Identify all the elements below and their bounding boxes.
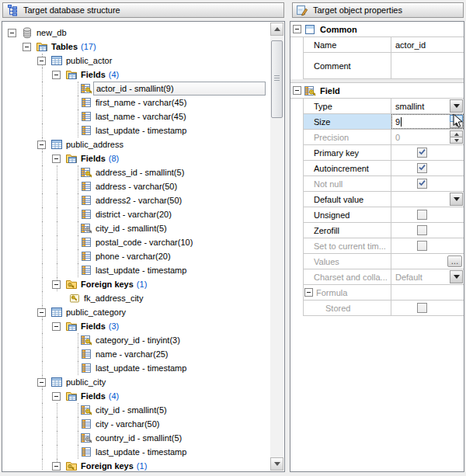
property-value-precision[interactable]: 0 xyxy=(391,130,464,144)
tree-guide-line xyxy=(78,179,78,193)
precision-spinner[interactable] xyxy=(450,130,463,144)
tree-item-district-varchar-20[interactable]: district - varchar(20) xyxy=(3,207,270,221)
tree-item-label: actor_id - smallint(9) xyxy=(93,82,266,96)
tree-item-label: last_update - timestamp xyxy=(93,445,189,459)
group-collapse-icon[interactable] xyxy=(293,86,301,95)
tree-item-address-varchar-50[interactable]: address - varchar(50) xyxy=(3,179,270,193)
tree-item-last-update-timestamp[interactable]: last_update - timestamp xyxy=(3,361,270,375)
tree-item-country-id-smallint-5[interactable]: country_id - smallint(5) xyxy=(3,431,270,445)
tree-item-text: name - varchar(25) xyxy=(96,349,169,359)
field-icon xyxy=(80,208,92,221)
property-value-zerofill[interactable] xyxy=(391,223,464,238)
charset-and-collation-dropdown-button[interactable] xyxy=(450,270,463,283)
tree-item-city-id-smallint-5[interactable]: city_id - smallint(5) xyxy=(3,221,270,235)
tree-item-tables-17[interactable]: Tables(17) xyxy=(3,40,270,54)
tree-item-text: last_update - timestamp xyxy=(96,266,186,275)
collapse-expander-icon[interactable] xyxy=(52,392,61,401)
tree-item-last-update-timestamp[interactable]: last_update - timestamp xyxy=(3,123,270,137)
tree-item-public-category[interactable]: public_category xyxy=(3,305,270,319)
collapse-expander-icon[interactable] xyxy=(52,322,61,331)
scroll-up-button[interactable] xyxy=(270,23,283,36)
spin-up-button[interactable] xyxy=(450,130,463,137)
tree-item-foreign-keys-1[interactable]: Foreign keys(1) xyxy=(3,277,270,291)
property-value-set-to-current-timestamp[interactable] xyxy=(391,238,464,253)
tree-item-address2-varchar-50[interactable]: address2 - varchar(50) xyxy=(3,193,270,207)
property-row-not-null: Not null xyxy=(304,176,464,192)
tree-item-address-id-smallint-5[interactable]: address_id - smallint(5) xyxy=(3,165,270,179)
tree-item-public-actor[interactable]: public_actor xyxy=(3,54,270,68)
tree-item-fields-4[interactable]: Fields(4) xyxy=(3,68,270,82)
spin-up-button[interactable] xyxy=(450,115,463,122)
tree-item-fields-8[interactable]: Fields(8) xyxy=(3,151,270,165)
scroll-down-button[interactable] xyxy=(270,457,283,471)
set-to-current-timestamp-checkbox[interactable] xyxy=(417,241,427,251)
tree-item-last-name-varchar-45[interactable]: last_name - varchar(45) xyxy=(3,109,270,123)
tree-item-first-name-varchar-45[interactable]: first_name - varchar(45) xyxy=(3,96,270,109)
type-dropdown-button[interactable] xyxy=(450,99,463,113)
tree-item-foreign-keys-1[interactable]: Foreign keys(1) xyxy=(3,459,270,471)
property-label-type: Type xyxy=(304,99,391,113)
autoincrement-checkbox[interactable] xyxy=(417,163,427,173)
property-value-unsigned[interactable] xyxy=(391,207,464,222)
tree-item-fields-3[interactable]: Fields(3) xyxy=(3,319,270,333)
collapse-expander-icon[interactable] xyxy=(37,57,46,65)
default-value-dropdown-button[interactable] xyxy=(450,193,463,206)
tree-item-public-city[interactable]: public_city xyxy=(3,375,270,389)
tree-item-last-update-timestamp[interactable]: last_update - timestamp xyxy=(3,445,270,459)
tree-item-fields-4[interactable]: Fields(4) xyxy=(3,389,270,403)
property-group-field[interactable]: Field xyxy=(290,83,464,99)
tree-item-city-id-smallint-5[interactable]: city_id - smallint(5) xyxy=(3,403,270,417)
spin-down-button[interactable] xyxy=(450,122,463,128)
property-value-autoincrement[interactable] xyxy=(391,161,464,175)
property-group-common[interactable]: Common xyxy=(290,22,464,37)
spin-up-icon xyxy=(454,117,459,120)
primary-key-checkbox[interactable] xyxy=(417,148,427,158)
tree-guide-line xyxy=(42,68,43,82)
values-ellipsis-button[interactable]: … xyxy=(447,255,462,267)
tree-item-postal-code-varchar-10[interactable]: postal_code - varchar(10) xyxy=(3,235,270,249)
property-value-formula[interactable] xyxy=(391,285,464,300)
collapse-expander-icon[interactable] xyxy=(23,43,31,51)
tree-item-public-address[interactable]: public_address xyxy=(3,137,270,151)
tree-item-last-update-timestamp[interactable]: last_update - timestamp xyxy=(3,263,270,277)
collapse-expander-icon[interactable] xyxy=(8,29,16,37)
property-value-primary-key[interactable] xyxy=(391,145,464,160)
tree-item-label: district - varchar(20) xyxy=(93,207,174,221)
not-null-checkbox[interactable] xyxy=(417,179,427,189)
property-label-not-null: Not null xyxy=(304,176,391,191)
property-value-values[interactable]: … xyxy=(391,254,464,269)
zerofill-checkbox[interactable] xyxy=(417,225,427,235)
collapse-expander-icon[interactable] xyxy=(37,308,46,317)
property-value-size[interactable]: 9 xyxy=(391,114,464,129)
property-value-type[interactable]: smallint xyxy=(391,99,464,113)
tree-item-new-db[interactable]: new_db xyxy=(3,26,270,40)
collapse-expander-icon[interactable] xyxy=(52,155,61,163)
scrollbar-track[interactable] xyxy=(270,36,283,457)
scrollbar-thumb[interactable] xyxy=(271,40,283,118)
property-value-default-value[interactable] xyxy=(391,192,464,207)
tree-item-fk-address-city[interactable]: fk_address_city xyxy=(3,291,270,305)
property-value-not-null[interactable] xyxy=(391,176,464,191)
collapse-expander-icon[interactable] xyxy=(52,462,61,471)
tree-item-city-varchar-50[interactable]: city - varchar(50) xyxy=(3,417,270,431)
collapse-expander-icon[interactable] xyxy=(52,71,61,79)
tree-item-actor-id-smallint-9[interactable]: actor_id - smallint(9) xyxy=(3,82,270,96)
collapse-expander-icon[interactable] xyxy=(37,141,46,149)
property-value-name[interactable]: actor_id xyxy=(391,37,464,52)
tree-item-category-id-tinyint-3[interactable]: category_id - tinyint(3) xyxy=(3,333,270,347)
subgroup-collapse-icon[interactable] xyxy=(304,288,313,297)
tree-item-phone-varchar-20[interactable]: phone - varchar(20) xyxy=(3,249,270,263)
spin-down-button[interactable] xyxy=(450,137,463,144)
collapse-expander-icon[interactable] xyxy=(37,378,46,387)
property-value-charset-and-collation[interactable]: Default xyxy=(391,269,464,284)
tree-item-text: public_actor xyxy=(66,56,112,65)
tree-item-name-varchar-25[interactable]: name - varchar(25) xyxy=(3,347,270,361)
property-value-comment[interactable] xyxy=(391,53,464,78)
unsigned-checkbox[interactable] xyxy=(417,210,427,220)
collapse-expander-icon[interactable] xyxy=(52,280,61,289)
property-value-stored[interactable] xyxy=(391,301,464,315)
tree-scrollbar[interactable] xyxy=(270,23,283,471)
size-spinner[interactable] xyxy=(450,115,463,128)
stored-checkbox[interactable] xyxy=(417,303,427,313)
group-collapse-icon[interactable] xyxy=(293,25,301,33)
